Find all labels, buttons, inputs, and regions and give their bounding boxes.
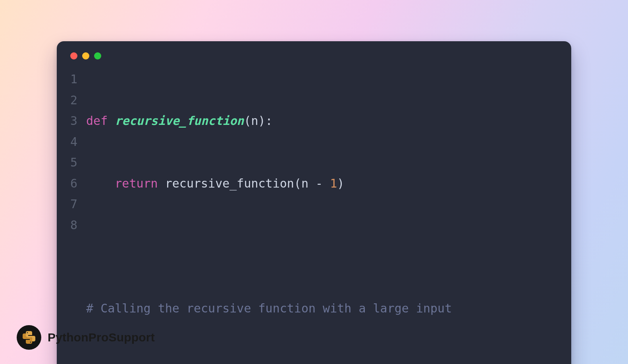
code-line: try: result = recursive_function(1000): [86, 360, 452, 364]
code-line: # Calling the recursive function with a …: [86, 298, 452, 319]
line-number: 4: [70, 132, 77, 153]
code-card: 1 2 3 4 5 6 7 8 def recursive_function(n…: [57, 41, 571, 364]
maximize-icon[interactable]: [94, 52, 101, 59]
code-lines: def recursive_function(n): return recurs…: [86, 69, 452, 364]
python-icon: [21, 330, 37, 345]
svg-point-1: [30, 342, 31, 343]
minimize-icon[interactable]: [82, 52, 89, 59]
brand-logo: [17, 325, 41, 350]
footer-brand: PythonProSupport: [17, 325, 155, 350]
code-block: 1 2 3 4 5 6 7 8 def recursive_function(n…: [70, 69, 558, 364]
brand-name: PythonProSupport: [48, 331, 155, 344]
line-number: 3: [70, 111, 77, 132]
line-number: 6: [70, 173, 77, 194]
window-controls: [70, 52, 558, 59]
svg-point-0: [27, 332, 28, 333]
line-number: 1: [70, 69, 77, 90]
code-line: return recursive_function(n - 1): [86, 173, 452, 194]
code-line: [86, 236, 452, 257]
line-number: 8: [70, 215, 77, 236]
close-icon[interactable]: [70, 52, 77, 59]
line-number: 7: [70, 194, 77, 215]
line-number: 5: [70, 152, 77, 173]
code-line: def recursive_function(n):: [86, 111, 452, 132]
line-number: 2: [70, 90, 77, 111]
line-number-gutter: 1 2 3 4 5 6 7 8: [70, 69, 86, 364]
